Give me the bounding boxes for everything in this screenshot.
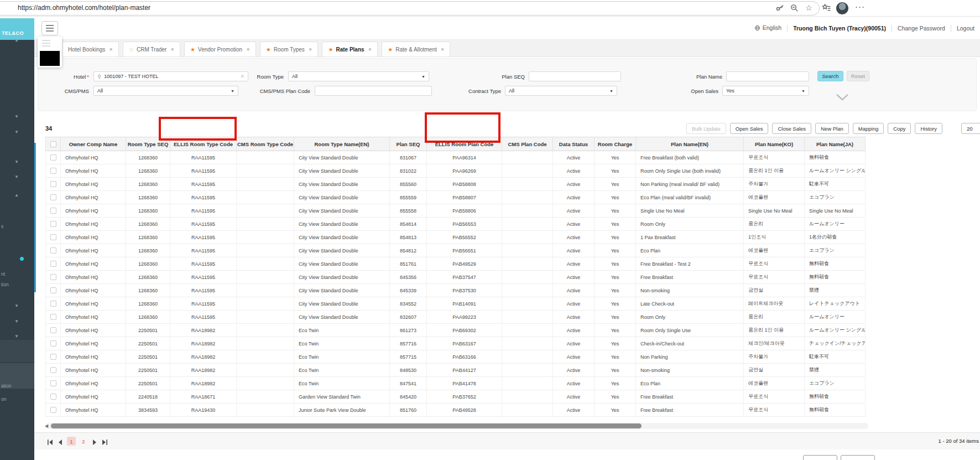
row-checkbox[interactable] (50, 380, 56, 386)
filter-field-room-type[interactable]: All▼ (288, 71, 429, 81)
logout-link[interactable]: Logout (957, 25, 974, 32)
column-header-plan-seq[interactable]: Plan SEQ (390, 137, 427, 151)
table-row[interactable]: Ohmyhotel HQ2250501RAA18982Eco Twin85771… (45, 350, 866, 364)
table-row[interactable]: Ohmyhotel HQ1268360RAA11595City View Sta… (45, 191, 866, 204)
key-icon[interactable] (775, 3, 785, 13)
row-checkbox[interactable] (50, 407, 56, 413)
previous-page-button[interactable] (57, 438, 64, 445)
browser-profile-avatar[interactable] (836, 2, 848, 14)
row-checkbox[interactable] (50, 194, 56, 200)
tab-crm-trader[interactable]: ☆CRM Trader✕ (123, 42, 180, 56)
row-checkbox[interactable] (50, 354, 56, 360)
checkbox[interactable] (50, 141, 56, 147)
column-header-data-status[interactable]: Data Status (553, 137, 595, 151)
chevron-down-icon[interactable]: ▼ (14, 334, 19, 339)
tab-room-types[interactable]: ★Room Types✕ (260, 42, 319, 56)
bulk-update-button[interactable]: Bulk Update (686, 123, 726, 134)
close-icon[interactable]: ✕ (246, 47, 250, 52)
row-checkbox[interactable] (50, 314, 56, 320)
favorites-list-icon[interactable] (822, 3, 831, 13)
page-size-select[interactable]: 20 (961, 123, 980, 134)
bottom-cut-button[interactable] (841, 455, 875, 460)
star-filled-icon[interactable]: ★ (388, 46, 393, 53)
filter-field-cms-pms[interactable]: All▼ (93, 86, 238, 96)
table-row[interactable]: Ohmyhotel HQ2240518RAA18671Garden View S… (45, 390, 866, 404)
tab-rate-plans[interactable]: ★Rate Plans✕ (322, 42, 378, 56)
column-header-cms-plan-code[interactable]: CMS Plan Code (502, 137, 553, 151)
sidebar-menu-item-fragment[interactable]: tion (1, 282, 9, 287)
table-row[interactable]: Ohmyhotel HQ2250501RAA18982Eco Twin86127… (45, 324, 866, 337)
row-checkbox[interactable] (50, 221, 56, 227)
bookmark-star-icon[interactable]: ☆ (804, 3, 814, 13)
row-checkbox[interactable] (50, 394, 56, 400)
filter-field-plan-name[interactable] (726, 71, 809, 81)
column-header-plan-name-en-[interactable]: Plan Name(EN) (636, 137, 744, 151)
chevron-down-icon[interactable]: ▼ (14, 130, 19, 135)
chevron-down-icon[interactable]: ▼ (14, 159, 19, 164)
column-header-plan-name-ja-[interactable]: Plan Name(JA) (805, 137, 866, 151)
table-row[interactable]: Ohmyhotel HQ1268360RAA11595City View Sta… (45, 218, 866, 231)
close-icon[interactable]: ✕ (309, 47, 312, 52)
table-row[interactable]: Ohmyhotel HQ2250501RAA18982Eco Twin85771… (45, 337, 866, 350)
page-number-2[interactable]: 2 (79, 437, 88, 446)
sidebar-menu-item-fragment[interactable]: on (1, 396, 6, 402)
table-row[interactable]: Ohmyhotel HQ2250501RAA18982Eco Twin84754… (45, 377, 866, 390)
star-filled-icon[interactable]: ★ (190, 46, 195, 53)
chevron-down-icon[interactable]: ▼ (14, 319, 19, 324)
reset-button[interactable]: Reset (847, 71, 869, 81)
sidebar-menu-item-fragment[interactable]: s (1, 224, 3, 229)
column-header-owner-comp-name[interactable]: Owner Comp Name (61, 137, 126, 151)
row-checkbox[interactable] (50, 340, 56, 347)
table-row[interactable]: Ohmyhotel HQ1268360RAA11595City View Sta… (45, 178, 866, 191)
filter-field-hotel[interactable]: ⚲1001097 - TEST HOTEL✕ (93, 71, 248, 81)
horizontal-scrollbar[interactable]: ◀ (45, 423, 868, 429)
browser-menu-icon[interactable]: ··· (855, 2, 865, 11)
url-text[interactable]: https://adm.ohmyhotel.com/hotel/plan-mas… (18, 4, 150, 12)
chevron-down-icon[interactable]: ▼ (14, 303, 19, 308)
last-page-button[interactable] (101, 438, 108, 445)
hamburger-menu-button[interactable] (41, 21, 58, 35)
tab-hotel-bookings[interactable]: Hotel Bookings✕ (62, 42, 119, 56)
table-row[interactable]: Ohmyhotel HQ1268360RAA11595City View Sta… (45, 231, 866, 244)
close-icon[interactable]: ✕ (368, 47, 372, 52)
header-select-all-checkbox[interactable] (45, 137, 61, 151)
change-password-link[interactable]: Change Password (898, 25, 945, 32)
star-filled-icon[interactable]: ★ (266, 46, 271, 53)
row-checkbox[interactable] (50, 154, 56, 161)
language-selector[interactable]: English (754, 24, 781, 32)
filter-field-contract-type[interactable]: All▼ (505, 86, 617, 96)
chevron-up-icon[interactable]: ▲ (14, 193, 19, 198)
column-header-plan-name-ko-[interactable]: Plan Name(KO) (744, 137, 805, 151)
table-row[interactable]: Ohmyhotel HQ1268360RAA11595City View Sta… (45, 151, 866, 164)
star-filled-icon[interactable]: ★ (328, 46, 333, 53)
filter-field-cms-pms-plan-code[interactable] (315, 86, 432, 96)
table-row[interactable]: Ohmyhotel HQ1268360RAA11595City View Sta… (45, 244, 866, 257)
open-sales-button[interactable]: Open Sales (730, 123, 769, 134)
row-checkbox[interactable] (50, 367, 56, 373)
table-row[interactable]: Ohmyhotel HQ3834593RAA19430Junior Suite … (45, 404, 866, 417)
row-checkbox[interactable] (50, 168, 56, 174)
zoom-out-icon[interactable] (790, 3, 799, 13)
close-sales-button[interactable]: Close Sales (772, 123, 811, 134)
row-checkbox[interactable] (50, 274, 56, 280)
close-icon[interactable]: ✕ (441, 47, 445, 52)
row-checkbox[interactable] (50, 181, 56, 187)
mapping-button[interactable]: Mapping (853, 123, 884, 134)
sidebar-menu-item-fragment[interactable]: ation (1, 383, 11, 389)
new-plan-button[interactable]: New Plan (815, 123, 849, 134)
chevron-down-icon[interactable]: ▼ (14, 174, 19, 179)
tab-vendor-promotion[interactable]: ★Vendor Promotion✕ (184, 42, 256, 56)
chevron-up-icon[interactable]: ▲ (14, 38, 19, 43)
first-page-button[interactable] (47, 438, 54, 445)
row-checkbox[interactable] (50, 287, 56, 293)
table-row[interactable]: Ohmyhotel HQ1268360RAA11595City View Sta… (45, 297, 866, 311)
star-outline-icon[interactable]: ☆ (129, 46, 134, 53)
row-checkbox[interactable] (50, 208, 56, 214)
table-row[interactable]: Ohmyhotel HQ1268360RAA11595City View Sta… (45, 284, 866, 297)
horizontal-scrollbar-thumb[interactable] (51, 423, 642, 428)
row-checkbox[interactable] (50, 327, 56, 333)
menu-panel-black-square[interactable] (40, 51, 60, 66)
chevron-down-icon[interactable]: ▼ (14, 114, 19, 119)
row-checkbox[interactable] (50, 234, 56, 240)
collapse-filters-chevron-icon[interactable] (836, 94, 849, 101)
